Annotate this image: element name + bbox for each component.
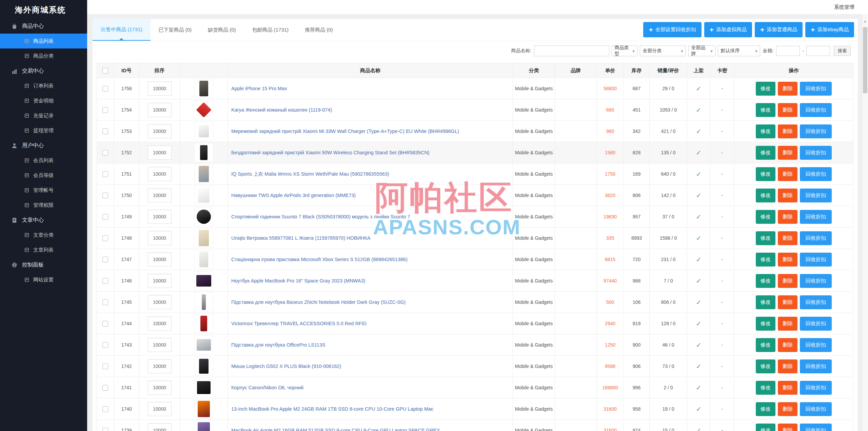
recycle-discount-button[interactable]: 回收折扣 [800,146,832,160]
sidebar-item[interactable]: 管理帐号 [0,183,87,198]
recycle-discount-button[interactable]: 回收折扣 [800,359,832,373]
sidebar-section-0[interactable]: 商品中心 [0,19,87,34]
recycle-discount-button[interactable]: 回收折扣 [800,253,832,267]
row-checkbox[interactable] [102,428,108,431]
sidebar-item[interactable]: 管理权限 [0,198,87,213]
action-button-1[interactable]: +添加虚拟商品 [704,22,752,37]
row-checkbox[interactable] [102,278,108,284]
select-all-checkbox[interactable] [102,68,108,74]
delete-button[interactable]: 删除 [778,402,797,416]
sidebar-item[interactable]: 商品列表 [0,34,87,48]
product-name-link[interactable]: Спортивний годинник Suunto 7 Black (SS05… [231,214,410,219]
sort-input[interactable] [148,188,172,202]
product-name-link[interactable]: Uniqlo Ветровка 558977081 L Жовта (11597… [231,235,371,241]
edit-button[interactable]: 修改 [756,210,775,224]
sidebar-item[interactable]: 文章分类 [0,228,87,242]
delete-button[interactable]: 删除 [778,424,797,431]
category-select[interactable]: 全部分类 ∨ [640,45,686,56]
sort-input[interactable] [148,359,172,373]
product-name-link[interactable]: Apple iPhone 15 Pro Max [231,86,287,91]
sidebar-section-4[interactable]: 控制面板 [0,257,87,272]
scroll-up-icon[interactable]: ▲ [862,20,868,23]
sidebar-item[interactable]: 充值记录 [0,108,87,123]
sidebar-item[interactable]: 网站设置 [0,272,87,287]
product-name-link[interactable]: MacBook Air Apple M2 16GB RAM 512GB SSD … [231,428,440,431]
edit-button[interactable]: 修改 [756,146,775,160]
delete-button[interactable]: 删除 [778,231,797,245]
delete-button[interactable]: 删除 [778,124,797,138]
sort-input[interactable] [148,145,172,160]
row-checkbox[interactable] [102,235,108,241]
delete-button[interactable]: 删除 [778,210,797,224]
edit-button[interactable]: 修改 [756,103,775,117]
edit-button[interactable]: 修改 [756,274,775,288]
row-checkbox[interactable] [102,385,108,391]
delete-button[interactable]: 删除 [778,146,797,160]
row-checkbox[interactable] [102,86,108,92]
product-name-link[interactable]: Навушники TWS Apple AirPods 3rd generati… [231,193,356,198]
sidebar-item[interactable]: 商品分类 [0,48,87,63]
sort-input[interactable] [148,81,172,96]
edit-button[interactable]: 修改 [756,124,775,138]
sort-input[interactable] [148,274,172,288]
sort-input[interactable] [148,103,172,117]
product-name-link[interactable]: Бездротовий зарядний пристрій Xiaomi 50W… [231,150,430,155]
delete-button[interactable]: 删除 [778,167,797,181]
sort-input[interactable] [148,423,172,431]
action-button-3[interactable]: +添加ebay商品 [805,22,854,37]
sidebar-section-3[interactable]: 文章中心 [0,213,87,228]
tab-3[interactable]: 包邮商品 (1731) [244,19,297,41]
product-type-select[interactable]: 商品类型 ∨ [612,45,637,56]
product-name-link[interactable]: Підставка для ноутбука OfficePro LS113S [231,342,326,348]
sort-input[interactable] [148,124,172,138]
sidebar-item[interactable]: 文章列表 [0,242,87,257]
edit-button[interactable]: 修改 [756,82,775,96]
row-checkbox[interactable] [102,299,108,305]
row-checkbox[interactable] [102,342,108,348]
sort-input[interactable] [148,316,172,331]
sort-input[interactable] [148,167,172,181]
edit-button[interactable]: 修改 [756,295,775,309]
edit-button[interactable]: 修改 [756,253,775,267]
tab-4[interactable]: 推荐商品 (0) [297,19,341,41]
edit-button[interactable]: 修改 [756,381,775,395]
row-checkbox[interactable] [102,321,108,327]
row-checkbox[interactable] [102,406,108,412]
product-name-link[interactable]: Підставка для ноутбука Baseus Zhichi Not… [231,299,406,305]
product-name-link[interactable]: Karya Женский кожаный кошелек (1119-074) [231,107,332,113]
edit-button[interactable]: 修改 [756,424,775,431]
edit-button[interactable]: 修改 [756,189,775,202]
action-button-2[interactable]: +添加普通商品 [755,22,803,37]
recycle-discount-button[interactable]: 回收折扣 [800,124,832,138]
sort-order-select[interactable]: 默认排序 ∨ [718,45,760,56]
product-name-link[interactable]: Ноутбук Apple MacBook Pro 16" Space Gray… [231,278,365,283]
recycle-discount-button[interactable]: 回收折扣 [800,167,832,181]
amount-max-input[interactable] [806,46,830,56]
tab-1[interactable]: 已下架商品 (0) [151,19,200,41]
recycle-discount-button[interactable]: 回收折扣 [800,317,832,331]
row-checkbox[interactable] [102,257,108,262]
edit-button[interactable]: 修改 [756,359,775,373]
delete-button[interactable]: 删除 [778,103,797,117]
product-name-link[interactable]: IQ Sports 上衣 Malia Wmns XS Storm Weth/Pa… [231,171,389,177]
sidebar-section-2[interactable]: 用户中心 [0,138,87,153]
product-name-link[interactable]: Корпус Canon/Nikon D6, чорний [231,385,303,390]
edit-button[interactable]: 修改 [756,402,775,416]
sort-input[interactable] [148,252,172,267]
scrollbar-thumb[interactable] [863,27,867,93]
recycle-discount-button[interactable]: 回收折扣 [800,381,832,395]
edit-button[interactable]: 修改 [756,231,775,245]
sidebar-item[interactable]: 会员等级 [0,168,87,183]
recycle-discount-button[interactable]: 回收折扣 [800,338,832,352]
recycle-discount-button[interactable]: 回收折扣 [800,424,832,431]
edit-button[interactable]: 修改 [756,338,775,352]
product-name-link[interactable]: Стаціонарна ігрова приставка Microsoft X… [231,257,408,262]
row-checkbox[interactable] [102,171,108,177]
delete-button[interactable]: 删除 [778,82,797,96]
recycle-discount-button[interactable]: 回收折扣 [800,402,832,416]
sidebar-item[interactable]: 提现管理 [0,123,87,138]
amount-min-input[interactable] [776,46,800,56]
recycle-discount-button[interactable]: 回收折扣 [800,231,832,245]
sidebar-item[interactable]: 订单列表 [0,78,87,93]
delete-button[interactable]: 删除 [778,274,797,288]
